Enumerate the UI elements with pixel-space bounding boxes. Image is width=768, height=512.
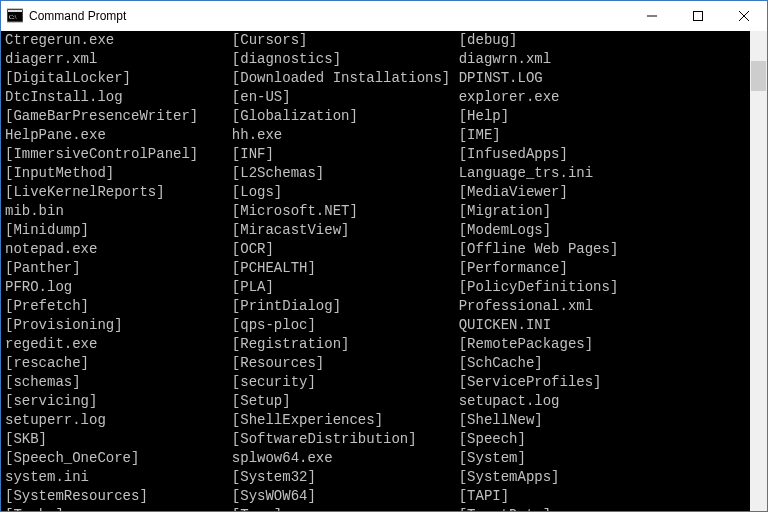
client-area: Ctregerun.exe [Cursors] [debug] diagerr.… [1, 31, 767, 511]
titlebar[interactable]: C:\ Command Prompt [1, 1, 767, 31]
window-frame: C:\ Command Prompt Ctregerun.exe [Cursor… [0, 0, 768, 512]
maximize-button[interactable] [675, 1, 721, 31]
window-controls [629, 1, 767, 31]
terminal-output[interactable]: Ctregerun.exe [Cursors] [debug] diagerr.… [1, 31, 750, 511]
cmd-icon: C:\ [7, 8, 23, 24]
close-button[interactable] [721, 1, 767, 31]
svg-rect-4 [694, 12, 703, 21]
scrollbar-thumb[interactable] [751, 61, 766, 91]
svg-text:C:\: C:\ [9, 14, 17, 20]
window-title: Command Prompt [29, 9, 126, 23]
scrollbar[interactable] [750, 31, 767, 511]
svg-rect-1 [8, 10, 22, 12]
minimize-button[interactable] [629, 1, 675, 31]
